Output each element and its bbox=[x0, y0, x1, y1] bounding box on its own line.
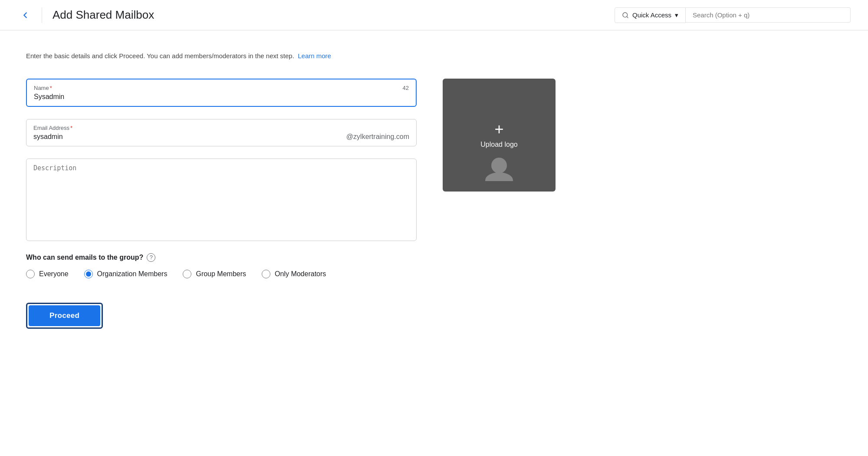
name-char-count: 42 bbox=[403, 85, 409, 91]
upload-logo-label: Upload logo bbox=[480, 141, 517, 149]
header-divider bbox=[42, 7, 42, 23]
radio-group-members-input[interactable] bbox=[183, 270, 191, 278]
email-field: Email Address* @zylkertraining.com bbox=[26, 119, 417, 146]
name-field: Name* 42 bbox=[26, 79, 417, 107]
back-button[interactable] bbox=[17, 7, 33, 23]
logo-upload-area[interactable]: + Upload logo bbox=[443, 79, 556, 192]
upload-plus-icon: + bbox=[494, 122, 503, 137]
search-bar bbox=[686, 7, 851, 23]
name-input-wrapper: Name* 42 bbox=[26, 79, 417, 107]
who-can-send-label: Who can send emails to the group? ? bbox=[26, 253, 417, 262]
proceed-button-wrapper: Proceed bbox=[26, 303, 103, 329]
email-domain: @zylkertraining.com bbox=[346, 133, 409, 141]
radio-everyone[interactable]: Everyone bbox=[26, 270, 69, 278]
name-input[interactable] bbox=[34, 93, 409, 101]
quick-access-arrow: ▾ bbox=[675, 11, 678, 19]
radio-org-members-input[interactable] bbox=[84, 270, 93, 278]
radio-only-moderators[interactable]: Only Moderators bbox=[262, 270, 326, 278]
email-input-wrapper: Email Address* @zylkertraining.com bbox=[26, 119, 417, 146]
radio-everyone-label: Everyone bbox=[39, 270, 69, 278]
search-icon bbox=[622, 12, 629, 19]
form-section: Name* 42 Email Address* @zylkertraining.… bbox=[26, 79, 417, 329]
email-local-input[interactable] bbox=[33, 133, 346, 141]
radio-org-members[interactable]: Organization Members bbox=[84, 270, 168, 278]
who-can-send-section: Who can send emails to the group? ? Ever… bbox=[26, 253, 417, 278]
svg-line-1 bbox=[627, 17, 628, 18]
radio-only-moderators-input[interactable] bbox=[262, 270, 270, 278]
description-input[interactable] bbox=[33, 164, 409, 234]
email-input-row: @zylkertraining.com bbox=[33, 133, 409, 141]
header: Add Shared Mailbox Quick Access ▾ bbox=[0, 0, 868, 30]
proceed-button[interactable]: Proceed bbox=[29, 305, 100, 326]
svg-point-2 bbox=[485, 172, 513, 181]
radio-group-members[interactable]: Group Members bbox=[183, 270, 246, 278]
radio-only-moderators-label: Only Moderators bbox=[275, 270, 326, 278]
description-field bbox=[26, 159, 417, 241]
radio-everyone-input[interactable] bbox=[26, 270, 35, 278]
description-wrapper bbox=[26, 159, 417, 241]
quick-access-button[interactable]: Quick Access ▾ bbox=[615, 7, 686, 23]
svg-point-3 bbox=[491, 158, 507, 173]
description-text: Enter the basic details and click Procee… bbox=[26, 51, 842, 61]
radio-group: Everyone Organization Members Group Memb… bbox=[26, 270, 417, 278]
main-content: Enter the basic details and click Procee… bbox=[0, 30, 868, 456]
help-icon[interactable]: ? bbox=[147, 253, 155, 262]
radio-org-members-label: Organization Members bbox=[97, 270, 168, 278]
avatar-icon bbox=[482, 155, 516, 183]
radio-group-members-label: Group Members bbox=[196, 270, 246, 278]
name-label: Name* bbox=[34, 85, 409, 91]
quick-access-label: Quick Access bbox=[632, 11, 671, 19]
header-right: Quick Access ▾ bbox=[615, 7, 851, 23]
form-and-logo: Name* 42 Email Address* @zylkertraining.… bbox=[26, 79, 842, 329]
learn-more-link[interactable]: Learn more bbox=[298, 52, 331, 59]
email-label: Email Address* bbox=[33, 125, 409, 131]
search-input[interactable] bbox=[693, 11, 843, 19]
page-title: Add Shared Mailbox bbox=[53, 8, 615, 22]
